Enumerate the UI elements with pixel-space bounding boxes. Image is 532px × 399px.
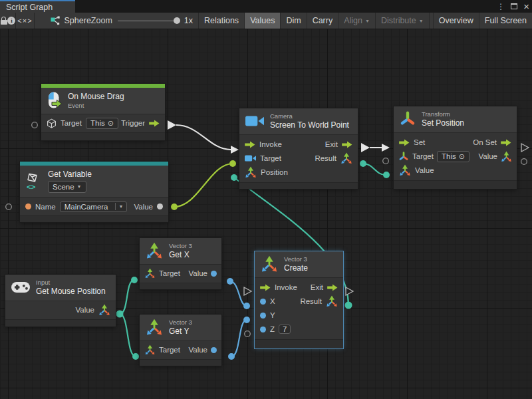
target-field[interactable]: This ⊙: [86, 118, 118, 129]
wire-trigger-to-invoke[interactable]: [176, 125, 231, 150]
flow-arrow-icon: [260, 284, 271, 291]
float-port-dot[interactable]: [260, 313, 266, 319]
port-create-z-unconnected[interactable]: [245, 331, 251, 337]
wire-result-to-value[interactable]: [363, 164, 386, 175]
port-value[interactable]: Value: [134, 203, 163, 211]
port-set[interactable]: Set: [399, 138, 425, 146]
port-camera-result-output[interactable]: [360, 160, 366, 167]
node-footer: [41, 132, 165, 140]
float-port-dot[interactable]: [260, 299, 266, 305]
port-exit[interactable]: Exit: [311, 283, 338, 291]
node-get-x[interactable]: Vector 3 Get X Target Value: [140, 238, 221, 289]
wire-mouse-to-gety[interactable]: [120, 314, 136, 356]
port-exit-output[interactable]: [361, 143, 370, 152]
port-target[interactable]: Target: [144, 268, 180, 279]
vector3-icon: [399, 164, 411, 176]
wire-arrowhead: [231, 146, 239, 154]
port-create-result-output[interactable]: [345, 302, 352, 309]
target-field[interactable]: This ⊙: [437, 151, 469, 162]
port-getx-target-input[interactable]: [131, 277, 138, 283]
port-create-x-input[interactable]: [243, 303, 250, 309]
port-invoke[interactable]: Invoke: [260, 283, 297, 291]
port-z[interactable]: Z 7: [260, 325, 291, 334]
port-target[interactable]: Target: [144, 344, 180, 355]
node-title: Set Position: [422, 118, 464, 128]
port-setposition-target-unconnected[interactable]: [383, 158, 389, 164]
variable-name-dropdown[interactable]: MainCamera ▼: [60, 201, 128, 212]
port-value[interactable]: Value: [188, 346, 217, 354]
transform-icon: [400, 110, 416, 128]
port-camera-position-input[interactable]: [231, 174, 237, 181]
vector3-icon: [326, 295, 338, 307]
port-value-out[interactable]: Value: [478, 151, 512, 162]
chevron-down-icon: ▼: [119, 204, 124, 209]
node-title: Get Mouse Position: [36, 287, 106, 297]
port-value[interactable]: Value: [188, 269, 217, 277]
port-result[interactable]: Result: [315, 152, 352, 164]
port-onset-unconnected[interactable]: [521, 144, 529, 152]
node-header: On Mouse Drag Event: [41, 88, 165, 114]
port-gety-target-input[interactable]: [132, 353, 139, 360]
node-header: Camera Screen To World Point: [239, 108, 358, 134]
port-invoke[interactable]: Invoke: [245, 140, 282, 148]
port-camera-target-input[interactable]: [229, 160, 236, 167]
wire-variable-to-target[interactable]: [174, 164, 233, 207]
node-set-position[interactable]: Transform Set Position Set On Set Target: [394, 106, 517, 189]
object-port-dot[interactable]: [157, 203, 163, 209]
flow-arrow-icon: [327, 284, 338, 291]
port-exit[interactable]: Exit: [325, 140, 352, 148]
float-port-dot[interactable]: [260, 327, 266, 332]
port-name[interactable]: Name MainCamera ▼: [25, 201, 127, 212]
port-variable-value-output[interactable]: [171, 203, 178, 210]
flow-arrow-icon: [342, 141, 352, 148]
port-getx-value-output[interactable]: [227, 278, 233, 285]
float-port-dot[interactable]: [211, 271, 217, 277]
camera-icon: [245, 154, 256, 162]
node-title: Get Variable: [48, 170, 92, 180]
node-get-variable[interactable]: Get Variable Scene ▼ Name MainCamera ▼: [20, 162, 168, 222]
port-onmousedrag-target-unconnected[interactable]: [32, 122, 38, 128]
port-setposition-value-input[interactable]: [383, 172, 390, 178]
chevron-down-icon: ▼: [77, 184, 82, 190]
port-y[interactable]: Y: [260, 311, 275, 319]
camera-icon: [245, 114, 264, 128]
node-footer: [20, 215, 168, 222]
port-on-set[interactable]: On Set: [473, 138, 511, 146]
float-port-dot[interactable]: [211, 347, 217, 353]
z-value-field[interactable]: 7: [279, 325, 291, 334]
port-getvariable-name-unconnected[interactable]: [6, 204, 12, 210]
port-value[interactable]: Value: [75, 304, 110, 316]
node-on-mouse-drag[interactable]: On Mouse Drag Event Target This ⊙ Trigge…: [41, 84, 165, 140]
node-header: Vector 3 Get X: [140, 238, 221, 264]
wire-gety-to-create-y[interactable]: [231, 320, 247, 356]
port-value-in[interactable]: Value: [399, 164, 434, 176]
port-target[interactable]: Target: [245, 154, 281, 162]
port-trigger-output[interactable]: [168, 120, 176, 130]
target-self-icon: ⊙: [108, 119, 114, 128]
node-get-y[interactable]: Vector 3 Get Y Target Value: [140, 315, 221, 366]
vector3-icon: [340, 152, 352, 164]
variable-icon: [26, 173, 42, 190]
port-x[interactable]: X: [260, 297, 275, 305]
port-gety-value-output[interactable]: [228, 353, 235, 360]
port-mouseposition-value-output[interactable]: [116, 311, 124, 318]
node-category: Camera: [270, 112, 349, 120]
node-footer: [140, 359, 221, 366]
node-vector3-create[interactable]: Vector 3 Create Invoke Exit X: [255, 251, 343, 348]
scope-dropdown[interactable]: Scene ▼: [48, 181, 86, 193]
port-position[interactable]: Position: [245, 166, 288, 178]
wire-mouse-to-getx[interactable]: [120, 280, 134, 314]
port-create-exit-unconnected[interactable]: [346, 287, 353, 295]
port-result[interactable]: Result: [300, 295, 338, 307]
port-setposition-valueout-unconnected[interactable]: [521, 159, 527, 165]
port-create-y-input[interactable]: [243, 317, 250, 323]
flow-arrow-icon: [399, 139, 410, 146]
port-create-invoke-unconnected[interactable]: [244, 287, 251, 295]
port-target[interactable]: Target This ⊙: [398, 151, 469, 162]
node-get-mouse-position[interactable]: Input Get Mouse Position Value: [5, 275, 116, 327]
node-screen-to-world-point[interactable]: Camera Screen To World Point Invoke Exit…: [239, 108, 358, 189]
string-port-dot[interactable]: [25, 203, 31, 209]
port-trigger[interactable]: Trigger: [121, 119, 160, 127]
vector3-icon: [245, 166, 257, 178]
port-target[interactable]: Target This ⊙: [47, 118, 118, 129]
